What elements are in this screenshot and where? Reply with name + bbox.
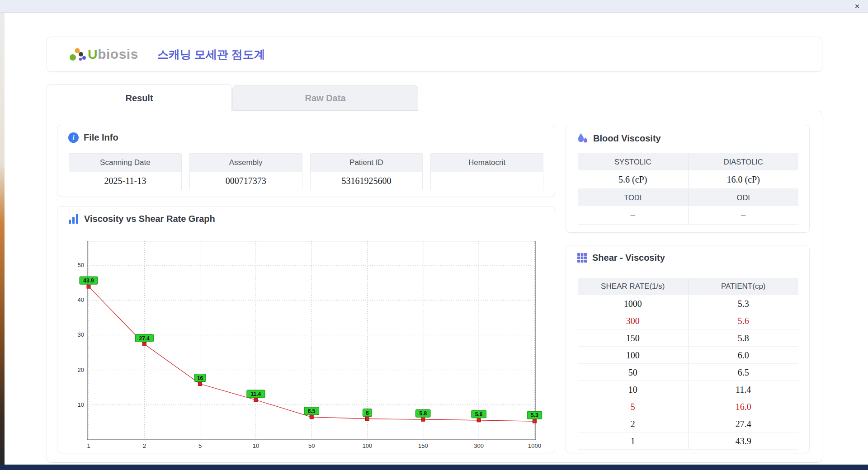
svg-text:50: 50 (308, 442, 315, 449)
field-value: 53161925600 (311, 172, 423, 190)
field-value: 2025-11-13 (69, 172, 181, 190)
graph-title: Viscosity vs Shear Rate Graph (84, 214, 215, 224)
graph-card: Viscosity vs Shear Rate Graph 1020304050… (57, 206, 555, 453)
screen: × Ubiosis 스캐닝 모세관 점도계 Result Raw Data i … (0, 0, 868, 470)
svg-text:16: 16 (197, 375, 203, 381)
table-row: 3005.6 (578, 312, 798, 329)
table-row: 1505.8 (578, 329, 798, 347)
blood-viscosity-card: Blood Viscosity SYSTOLIC DIASTOLIC 5.6 (… (566, 125, 810, 233)
svg-text:6.5: 6.5 (308, 408, 316, 414)
svg-text:150: 150 (418, 442, 428, 449)
droplets-icon (577, 132, 588, 144)
field-label: Scanning Date (69, 154, 181, 172)
shear-rate-value: 1 (578, 432, 689, 449)
taskbar-strip (0, 465, 868, 470)
svg-text:30: 30 (78, 331, 84, 338)
patient-viscosity-value: 6.0 (689, 347, 799, 363)
systolic-header-cell: SYSTOLIC (578, 153, 689, 170)
close-icon[interactable]: × (852, 1, 863, 12)
table-row: 516.0 (578, 398, 798, 415)
blood-viscosity-title: Blood Viscosity (593, 133, 661, 144)
field-assembly: Assembly 000717373 (189, 153, 302, 190)
svg-text:100: 100 (363, 442, 373, 449)
svg-text:1000: 1000 (528, 442, 541, 449)
ubiosis-logo: Ubiosis (68, 46, 138, 62)
svg-text:2: 2 (143, 442, 146, 449)
odi-header-cell: ODI (689, 189, 799, 206)
svg-text:27.4: 27.4 (139, 335, 150, 342)
svg-text:40: 40 (78, 296, 84, 303)
shear-rate-value: 10 (578, 381, 689, 398)
logo-letters-biosis: biosis (98, 47, 138, 61)
file-info-title: File Info (84, 132, 118, 143)
svg-text:6: 6 (366, 410, 369, 416)
shear-rate-value: 2 (578, 415, 689, 432)
page-title: 스캐닝 모세관 점도계 (157, 47, 265, 62)
table-row: 1011.4 (578, 381, 798, 398)
todi-value: – (578, 206, 689, 224)
diastolic-value: 16.0 (cP) (689, 170, 799, 188)
table-row: TODI ODI (578, 189, 798, 206)
field-label: Hematocrit (431, 154, 543, 172)
shear-viscosity-title: Shear - Viscosity (592, 253, 665, 263)
field-label: Assembly (190, 154, 302, 172)
header-card: Ubiosis 스캐닝 모세관 점도계 (47, 37, 822, 72)
todi-header-cell: TODI (578, 189, 689, 206)
logo-letter-u: U (88, 47, 98, 61)
patient-viscosity-value: 5.3 (689, 295, 799, 312)
svg-text:5.3: 5.3 (531, 412, 538, 418)
shear-viscosity-rows: 10005.33005.61505.81006.0506.51011.4516.… (578, 295, 798, 450)
systolic-value: 5.6 (cP) (578, 170, 689, 188)
logo-dots-icon (68, 46, 87, 62)
table-row: SYSTOLIC DIASTOLIC (578, 153, 798, 170)
svg-text:10: 10 (253, 442, 259, 449)
window-titlebar: × (0, 0, 868, 13)
svg-text:10: 10 (78, 401, 84, 408)
shear-rate-value: 300 (578, 312, 689, 329)
patient-viscosity-value: 5.6 (689, 312, 799, 329)
patient-viscosity-value: 16.0 (689, 398, 799, 415)
tab-result[interactable]: Result (47, 84, 232, 111)
shear-rate-value: 5 (578, 398, 689, 415)
patient-viscosity-value: 27.4 (689, 415, 799, 432)
svg-text:11.4: 11.4 (251, 391, 261, 397)
svg-text:20: 20 (78, 367, 84, 373)
svg-text:5.6: 5.6 (475, 411, 483, 418)
file-info-card: i File Info Scanning Date 2025-11-13 Ass… (57, 125, 555, 197)
info-icon: i (68, 132, 79, 143)
svg-text:50: 50 (78, 262, 84, 268)
diastolic-header-cell: DIASTOLIC (689, 153, 799, 170)
shear-rate-value: 100 (578, 347, 689, 363)
field-value: 000717373 (190, 172, 302, 190)
patient-viscosity-value: 43.9 (689, 432, 799, 449)
field-value (431, 172, 543, 190)
tab-raw-data[interactable]: Raw Data (232, 85, 418, 111)
logo-text: Ubiosis (88, 47, 138, 62)
svg-text:1: 1 (87, 442, 90, 449)
blood-viscosity-table: SYSTOLIC DIASTOLIC 5.6 (cP) 16.0 (cP) TO… (578, 153, 798, 225)
patient-viscosity-value: 11.4 (689, 381, 799, 398)
odi-value: – (689, 206, 799, 224)
patient-column-header: PATIENT(cp) (689, 278, 799, 295)
shear-rate-value: 1000 (578, 295, 689, 312)
svg-text:5.8: 5.8 (419, 410, 427, 417)
field-label: Patient ID (311, 154, 423, 172)
field-patient-id: Patient ID 53161925600 (310, 153, 423, 190)
table-row: 1006.0 (578, 347, 798, 364)
field-hematocrit: Hematocrit (430, 153, 543, 190)
table-row: 506.5 (578, 364, 798, 381)
table-row: 5.6 (cP) 16.0 (cP) (578, 170, 798, 189)
shear-rate-value: 150 (578, 329, 689, 346)
desktop-background-sliver (0, 13, 5, 470)
table-header-row: SHEAR RATE(1/s) PATIENT(cp) (578, 278, 798, 295)
table-row: – – (578, 206, 798, 225)
table-row: 143.9 (578, 432, 798, 450)
svg-text:300: 300 (474, 442, 484, 449)
table-row: 227.4 (578, 415, 798, 432)
file-info-fields: Scanning Date 2025-11-13 Assembly 000717… (69, 153, 543, 190)
shear-viscosity-table: SHEAR RATE(1/s) PATIENT(cp) 10005.33005.… (578, 278, 798, 450)
shear-rate-value: 50 (578, 364, 689, 381)
table-grid-icon (577, 253, 587, 263)
svg-text:5: 5 (198, 442, 202, 449)
bar-chart-icon (68, 214, 79, 224)
